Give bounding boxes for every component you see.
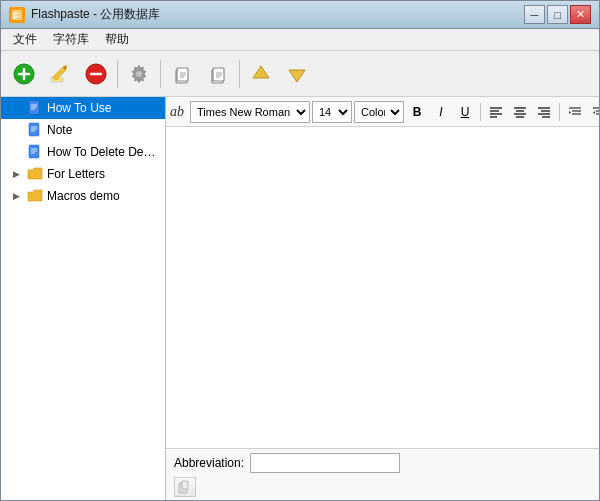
main-window: F Flashpaste - 公用数据库 ─ □ ✕ 文件 字符库 帮助 [0, 0, 600, 501]
sidebar-item-for-letters[interactable]: ▶ For Letters [1, 163, 165, 185]
sidebar-item-macros-demo[interactable]: ▶ Macros demo [1, 185, 165, 207]
sidebar: How To Use Note [1, 97, 166, 500]
move-up-button[interactable] [244, 57, 278, 91]
svg-rect-34 [29, 145, 39, 158]
expander-for-letters: ▶ [9, 167, 23, 181]
abbreviation-input[interactable] [250, 453, 400, 473]
format-separator-2 [559, 103, 560, 121]
svg-rect-30 [29, 123, 39, 136]
svg-marker-57 [593, 111, 595, 114]
svg-marker-25 [289, 70, 305, 82]
title-bar: F Flashpaste - 公用数据库 ─ □ ✕ [1, 1, 599, 29]
paste-button[interactable] [174, 477, 196, 497]
maximize-button[interactable]: □ [547, 5, 568, 24]
doc-icon-delete [27, 144, 43, 160]
copy2-icon [206, 62, 230, 86]
svg-text:F: F [13, 11, 19, 21]
gear-icon [127, 62, 151, 86]
close-button[interactable]: ✕ [570, 5, 591, 24]
expander-how-to-use [9, 101, 23, 115]
sidebar-label-how-to-use: How To Use [47, 101, 111, 115]
align-right-button[interactable] [533, 101, 555, 123]
toolbar-separator-2 [160, 60, 161, 88]
svg-marker-53 [569, 111, 571, 114]
up-arrow-icon [249, 62, 273, 86]
format-separator-1 [480, 103, 481, 121]
window-title: Flashpaste - 公用数据库 [31, 6, 160, 23]
expander-note [9, 123, 23, 137]
font-color-select[interactable]: Color Red Blue [354, 101, 404, 123]
add-icon [12, 62, 36, 86]
main-panel: ab Times New Roman Arial Verdana 14 10 1… [166, 97, 599, 500]
sidebar-item-note[interactable]: Note [1, 119, 165, 141]
editor-toolbar: ab Times New Roman Arial Verdana 14 10 1… [166, 97, 599, 127]
delete-icon [84, 62, 108, 86]
font-family-select[interactable]: Times New Roman Arial Verdana [190, 101, 310, 123]
bottom-bar: Abbreviation: [166, 448, 599, 500]
sidebar-label-macros-demo: Macros demo [47, 189, 120, 203]
indent-increase-button[interactable] [588, 101, 599, 123]
settings-button[interactable] [122, 57, 156, 91]
folder-icon-macros-demo [27, 188, 43, 204]
editor-content[interactable] [166, 127, 599, 448]
menu-library[interactable]: 字符库 [45, 29, 97, 50]
sidebar-label-for-letters: For Letters [47, 167, 105, 181]
bold-button[interactable]: B [406, 101, 428, 123]
doc-icon-note [27, 122, 43, 138]
italic-button[interactable]: I [430, 101, 452, 123]
edit-button[interactable] [43, 57, 77, 91]
menu-bar: 文件 字符库 帮助 [1, 29, 599, 51]
menu-help[interactable]: 帮助 [97, 29, 137, 50]
main-toolbar [1, 51, 599, 97]
toolbar-separator-3 [239, 60, 240, 88]
folder-icon-for-letters [27, 166, 43, 182]
abbreviation-label: Abbreviation: [174, 456, 244, 470]
align-center-button[interactable] [509, 101, 531, 123]
toolbar-separator-1 [117, 60, 118, 88]
expander-macros-demo: ▶ [9, 189, 23, 203]
content-area: How To Use Note [1, 97, 599, 500]
underline-button[interactable]: U [454, 101, 476, 123]
svg-rect-15 [177, 68, 188, 81]
indent-decrease-button[interactable] [564, 101, 586, 123]
sidebar-label-note: Note [47, 123, 72, 137]
svg-marker-24 [253, 66, 269, 78]
delete-button[interactable] [79, 57, 113, 91]
sidebar-item-how-to-use[interactable]: How To Use [1, 97, 165, 119]
svg-point-13 [136, 71, 142, 77]
copy1-icon [170, 62, 194, 86]
menu-file[interactable]: 文件 [5, 29, 45, 50]
svg-rect-65 [182, 481, 188, 489]
abbreviation-row: Abbreviation: [174, 453, 599, 473]
copy1-button[interactable] [165, 57, 199, 91]
title-bar-left: F Flashpaste - 公用数据库 [9, 6, 160, 23]
app-icon: F [9, 7, 25, 23]
copy2-button[interactable] [201, 57, 235, 91]
bottom-toolbar [174, 477, 599, 497]
move-down-button[interactable] [280, 57, 314, 91]
window-controls: ─ □ ✕ [524, 5, 591, 24]
align-left-button[interactable] [485, 101, 507, 123]
add-button[interactable] [7, 57, 41, 91]
doc-icon-how-to-use [27, 100, 43, 116]
sidebar-label-how-to-delete: How To Delete Demo Text [47, 145, 165, 159]
down-arrow-icon [285, 62, 309, 86]
expander-delete [9, 145, 23, 159]
edit-icon [48, 62, 72, 86]
font-ab-icon: ab [170, 104, 184, 120]
sidebar-item-how-to-delete[interactable]: How To Delete Demo Text [1, 141, 165, 163]
minimize-button[interactable]: ─ [524, 5, 545, 24]
svg-rect-26 [29, 101, 39, 114]
svg-rect-20 [213, 68, 224, 81]
font-size-select[interactable]: 14 10 12 16 18 [312, 101, 352, 123]
